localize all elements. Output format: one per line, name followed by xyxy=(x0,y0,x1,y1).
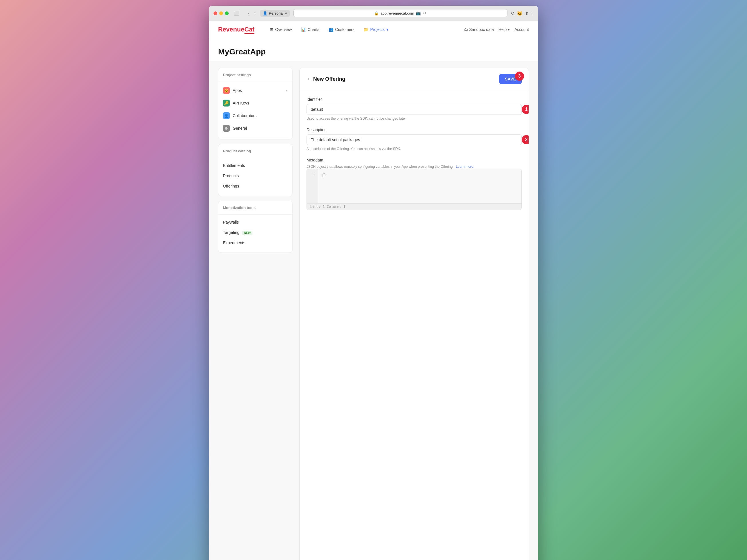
general-label: General xyxy=(233,126,288,131)
content-header: ‹ New Offering SAVE 3 xyxy=(300,68,529,90)
description-input[interactable] xyxy=(307,134,522,145)
nav-links: ⊞ Overview 📊 Charts 👥 Customers 📁 Projec… xyxy=(266,25,464,34)
content-header-left: ‹ New Offering xyxy=(307,75,345,83)
page-title: MyGreatApp xyxy=(218,47,529,56)
close-button[interactable] xyxy=(213,11,217,15)
step-3-badge: 3 xyxy=(515,72,524,81)
nav-right: 🗂 Sandbox data Help ▾ Account xyxy=(464,27,529,32)
identifier-label: Identifier xyxy=(307,97,522,102)
metadata-group: Metadata JSON object that allows remotel… xyxy=(307,158,522,210)
url-text: app.revenuecat.com xyxy=(380,11,414,16)
sidebar-item-paywalls[interactable]: Paywalls xyxy=(218,217,292,227)
metadata-learn-more-link[interactable]: Learn more. xyxy=(456,164,474,169)
page-header: MyGreatApp xyxy=(209,38,538,61)
code-content[interactable]: {} xyxy=(318,169,521,203)
browser-chrome: ⬜ ‹ › 👤 Personal ▾ 🔒 app.revenuecat.com … xyxy=(209,6,538,21)
nav-overview[interactable]: ⊞ Overview xyxy=(266,25,295,34)
app-container: RevenueCat ⊞ Overview 📊 Charts 👥 Custome… xyxy=(209,21,538,560)
apps-chevron-icon: ▾ xyxy=(286,88,288,93)
sidebar-item-general[interactable]: ⚙ General xyxy=(218,122,292,134)
overview-icon: ⊞ xyxy=(270,27,273,32)
lock-icon: 🔒 xyxy=(374,11,379,16)
product-catalog-title: Product catalog xyxy=(218,149,292,155)
cast-icon: 📺 xyxy=(416,11,421,16)
code-editor-body[interactable]: 1 {} xyxy=(307,169,521,203)
nav-customers[interactable]: 👥 Customers xyxy=(325,25,359,34)
sidebar-item-products[interactable]: Products xyxy=(218,171,292,181)
page-content: MyGreatApp Project settings 🐱 Apps ▾ xyxy=(209,38,538,560)
traffic-lights xyxy=(213,11,229,15)
metadata-label: Metadata xyxy=(307,158,522,162)
account-pill[interactable]: 👤 Personal ▾ xyxy=(260,10,290,17)
new-tab-icon[interactable]: + xyxy=(531,10,534,16)
project-settings-title: Project settings xyxy=(218,73,292,79)
top-nav: RevenueCat ⊞ Overview 📊 Charts 👥 Custome… xyxy=(209,21,538,38)
sidebar-item-api-keys[interactable]: 🔑 API Keys xyxy=(218,97,292,109)
identifier-hint: Used to access the offering via the SDK,… xyxy=(307,117,522,121)
projects-chevron-icon: ▾ xyxy=(386,27,388,32)
help-chevron-icon: ▾ xyxy=(508,27,510,32)
sidebar-item-collaborators[interactable]: 👤 Collaborators xyxy=(218,109,292,122)
logo[interactable]: RevenueCat xyxy=(218,26,254,33)
browser-window: ⬜ ‹ › 👤 Personal ▾ 🔒 app.revenuecat.com … xyxy=(209,6,538,560)
account-link[interactable]: Account xyxy=(514,27,529,32)
description-label: Description xyxy=(307,127,522,132)
identifier-input[interactable] xyxy=(307,104,522,115)
address-bar[interactable]: 🔒 app.revenuecat.com 📺 ↺ xyxy=(293,9,508,17)
sidebar-item-entitlements[interactable]: Entitlements xyxy=(218,160,292,171)
metadata-hint: JSON object that allows remotely configu… xyxy=(307,164,522,169)
metadata-hint-text: JSON object that allows remotely configu… xyxy=(307,164,454,169)
refresh-icon[interactable]: ↺ xyxy=(423,11,427,16)
sidebar-item-targeting[interactable]: Targeting NEW xyxy=(218,227,292,238)
content-title: New Offering xyxy=(313,76,345,82)
projects-icon: 📁 xyxy=(363,27,368,32)
maximize-button[interactable] xyxy=(225,11,229,15)
customers-icon: 👥 xyxy=(329,27,333,32)
sidebar: Project settings 🐱 Apps ▾ 🔑 API Keys xyxy=(218,68,292,560)
divider xyxy=(218,214,292,215)
sandbox-icon: 🗂 xyxy=(464,27,468,32)
code-line-numbers: 1 xyxy=(307,169,318,203)
chevron-down-icon: ▾ xyxy=(285,11,287,16)
collaborators-label: Collaborators xyxy=(233,113,288,118)
share-icon[interactable]: ⬆ xyxy=(525,10,529,16)
back-button[interactable]: ‹ xyxy=(247,10,251,16)
description-group: Description 2 A description of the Offer… xyxy=(307,127,522,151)
help-link[interactable]: Help ▾ xyxy=(498,27,510,32)
apps-icon: 🐱 xyxy=(223,87,230,94)
sandbox-data-link[interactable]: 🗂 Sandbox data xyxy=(464,27,494,32)
product-catalog-section: Product catalog Entitlements Products Of… xyxy=(218,144,292,196)
cat-icon[interactable]: 🐱 xyxy=(517,10,523,16)
step-1-badge: 1 xyxy=(522,105,529,114)
nav-charts[interactable]: 📊 Charts xyxy=(297,25,324,34)
divider xyxy=(218,158,292,158)
api-keys-icon: 🔑 xyxy=(223,100,230,106)
sidebar-toggle-button[interactable]: ⬜ xyxy=(232,10,241,17)
main-layout: Project settings 🐱 Apps ▾ 🔑 API Keys xyxy=(209,61,538,560)
extensions-icon[interactable]: ↺ xyxy=(511,10,515,16)
back-to-offerings-button[interactable]: ‹ xyxy=(307,75,310,83)
forward-button[interactable]: › xyxy=(253,10,257,16)
code-editor-footer: Line: 1 Column: 1 xyxy=(307,203,521,210)
monetization-tools-section: Monetization tools Paywalls Targeting NE… xyxy=(218,201,292,253)
monetization-tools-title: Monetization tools xyxy=(218,206,292,212)
content-body: Identifier 1 Used to access the offering… xyxy=(300,90,529,224)
targeting-new-badge: NEW xyxy=(242,231,252,235)
person-icon: 👤 xyxy=(263,11,267,16)
step-2-badge: 2 xyxy=(522,135,529,144)
charts-icon: 📊 xyxy=(301,27,306,32)
account-label: Personal xyxy=(269,11,283,16)
sidebar-item-experiments[interactable]: Experiments xyxy=(218,238,292,248)
collaborators-icon: 👤 xyxy=(223,112,230,119)
minimize-button[interactable] xyxy=(219,11,223,15)
nav-projects[interactable]: 📁 Projects ▾ xyxy=(359,25,392,34)
description-hint: A description of the Offering. You can a… xyxy=(307,147,522,151)
identifier-group: Identifier 1 Used to access the offering… xyxy=(307,97,522,121)
browser-controls: ‹ › xyxy=(247,10,256,16)
api-keys-label: API Keys xyxy=(233,101,288,105)
sidebar-item-apps[interactable]: 🐱 Apps ▾ xyxy=(218,84,292,97)
sidebar-item-offerings[interactable]: Offerings xyxy=(218,181,292,191)
metadata-code-editor: 1 {} Line: 1 Column: 1 xyxy=(307,169,522,210)
apps-label: Apps xyxy=(233,88,283,93)
project-settings-section: Project settings 🐱 Apps ▾ 🔑 API Keys xyxy=(218,68,292,139)
